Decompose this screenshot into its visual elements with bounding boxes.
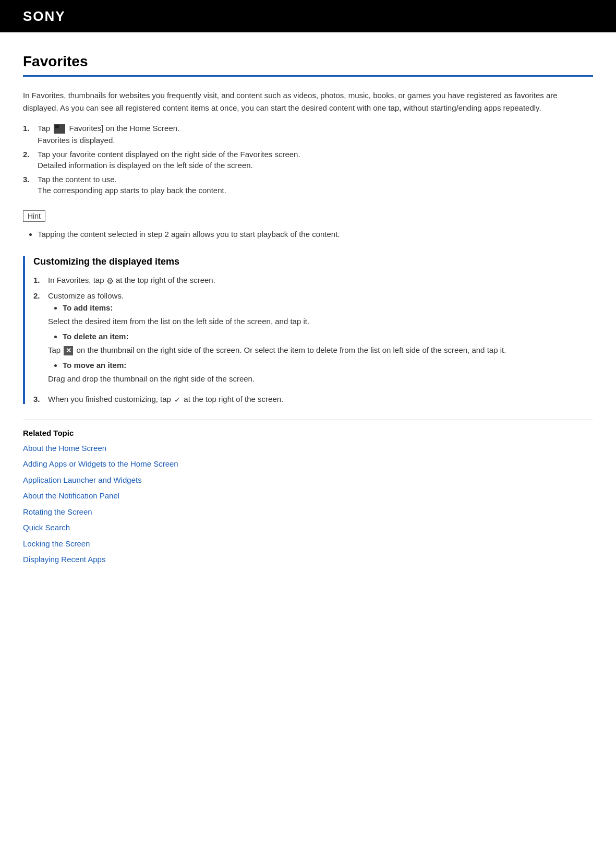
customize-step-2-content: Customize as follows. To add items: Sele… [48,291,593,389]
related-link-quick-search[interactable]: Quick Search [23,522,593,534]
customize-step-1: 1. In Favorites, tap ⚙ at the top right … [33,276,593,286]
related-link-locking-screen[interactable]: Locking the Screen [23,538,593,550]
add-note: Select the desired item from the list on… [48,315,593,328]
step-2: 2. Tap your favorite content displayed o… [23,150,593,170]
bullet-delete-label: To delete an item: [63,332,128,341]
bullet-add: To add items: [63,303,593,312]
step-2-number: 2. [23,150,38,159]
customize-title: Customizing the displayed items [33,256,593,267]
step-1-number: 1. [23,124,38,133]
customize-step-2-text: Customize as follows. [48,291,124,300]
checkmark-icon: ✓ [174,396,180,404]
step-3-number: 3. [23,175,38,184]
customize-step-3-number: 3. [33,395,48,403]
customize-step-1-content: In Favorites, tap ⚙ at the top right of … [48,276,593,286]
bullet-move: To move an item: [63,361,593,370]
related-link-app-launcher[interactable]: Application Launcher and Widgets [23,474,593,486]
bullet-delete: To delete an item: [63,332,593,341]
intro-text: In Favorites, thumbnails for websites yo… [23,89,593,114]
customize-step-3-content: When you finished customizing, tap ✓ at … [48,395,593,404]
customize-step-1-text: In Favorites, tap ⚙ at the top right of … [48,276,215,284]
step-1-text: Tap Favorites] on the Home Screen. [38,124,179,133]
related-link-recent-apps[interactable]: Displaying Recent Apps [23,554,593,566]
hint-list: Tapping the content selected in step 2 a… [23,228,593,241]
step-3-sub: The corresponding app starts to play bac… [38,186,593,195]
customize-section: Customizing the displayed items 1. In Fa… [23,256,593,404]
related-link-adding-apps[interactable]: Adding Apps or Widgets to the Home Scree… [23,458,593,470]
related-link-rotating-screen[interactable]: Rotating the Screen [23,506,593,518]
step-2-text: Tap your favorite content displayed on t… [38,150,300,159]
bullet-move-label: To move an item: [63,361,126,370]
customize-steps-list: 1. In Favorites, tap ⚙ at the top right … [33,276,593,404]
customize-step-2: 2. Customize as follows. To add items: S… [33,291,593,389]
main-steps-list: 1. Tap Favorites] on the Home Screen. Fa… [23,124,593,195]
hint-section: Hint Tapping the content selected in ste… [23,205,593,241]
step-3-text: Tap the content to use. [38,175,117,184]
step-1: 1. Tap Favorites] on the Home Screen. Fa… [23,124,593,145]
main-content: Favorites In Favorites, thumbnails for w… [0,32,616,601]
move-bullet-list: To move an item: [48,361,593,370]
page-title: Favorites [23,53,593,70]
move-note: Drag and drop the thumbnail on the right… [48,373,593,385]
step-2-content: Tap your favorite content displayed on t… [38,150,593,170]
customize-step-3-text: When you finished customizing, tap ✓ at … [48,395,283,403]
step-3-content: Tap the content to use. The correspondin… [38,175,593,195]
sony-logo: SONY [23,8,66,25]
delete-icon: ✕ [64,346,73,355]
related-divider [23,420,593,420]
related-link-notification-panel[interactable]: About the Notification Panel [23,490,593,502]
related-link-home-screen[interactable]: About the Home Screen [23,443,593,455]
delete-bullet-list: To delete an item: [48,332,593,341]
header: SONY [0,0,616,32]
customize-step-3: 3. When you finished customizing, tap ✓ … [33,395,593,404]
step-2-sub: Detailed information is displayed on the… [38,161,593,170]
step-3: 3. Tap the content to use. The correspon… [23,175,593,195]
customize-bullets: To add items: [48,303,593,312]
step-1-content: Tap Favorites] on the Home Screen. Favor… [38,124,593,145]
step-1-sub: Favorites is displayed. [38,136,593,145]
title-divider [23,75,593,77]
customize-step-2-number: 2. [33,291,48,300]
related-topic-title: Related Topic [23,429,593,437]
customize-step-1-number: 1. [33,276,48,284]
hint-item: Tapping the content selected in step 2 a… [38,228,593,241]
hint-label: Hint [23,210,45,222]
gear-icon: ⚙ [106,276,114,286]
favorites-icon [54,124,65,134]
bullet-add-label: To add items: [63,303,113,312]
delete-note: Tap ✕ on the thumbnail on the right side… [48,344,593,356]
